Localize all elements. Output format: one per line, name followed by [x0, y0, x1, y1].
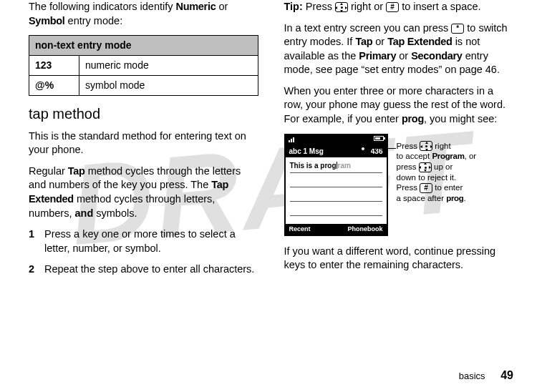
text: up or — [432, 162, 453, 171]
bold-tap-extended: Tap Extended — [387, 36, 452, 47]
blank-line — [290, 207, 382, 216]
text: or — [216, 1, 228, 12]
hash-key-icon: # — [420, 183, 432, 193]
text: or — [396, 50, 411, 62]
steps-list: 1 Press a key one or more times to selec… — [29, 227, 258, 277]
text: to insert a space. — [399, 1, 480, 12]
text: right or — [348, 1, 386, 12]
tip-para: Tip: Press right or # to insert a space. — [284, 0, 514, 14]
bold-program: Program — [432, 152, 464, 160]
hash-key-icon: # — [386, 2, 399, 12]
phone-softkeys: Recent Phonebook — [286, 224, 387, 235]
text: symbols. — [93, 207, 137, 219]
phone-content: This is a program — [286, 157, 387, 224]
para-standard-method: This is the standard method for entering… — [29, 129, 258, 157]
text: In a text entry screen you can press — [284, 22, 452, 34]
intro-bold-symbol: Symbol — [29, 15, 65, 26]
page-number: 49 — [500, 369, 513, 381]
phone-screen: abc 1 Msg 436 This is a program Recent P… — [284, 134, 388, 236]
text-cursor — [337, 162, 337, 169]
mode-icon-symbol: @% — [29, 75, 79, 95]
para-tap-cycles: Regular Tap method cycles through the le… — [29, 165, 258, 220]
different-word-para: If you want a different word, continue p… — [284, 245, 514, 273]
mode-label: symbol mode — [79, 75, 258, 95]
phone-illustration-wrap: abc 1 Msg 436 This is a program Recent P… — [284, 134, 514, 236]
right-column: Tip: Press right or # to insert a space.… — [284, 0, 514, 284]
list-item: 1 Press a key one or more times to selec… — [29, 227, 258, 255]
text: to enter — [432, 183, 463, 192]
callout-text: Press right to accept Program, or press … — [397, 134, 497, 204]
step-text: Repeat the step above to enter all chara… — [44, 263, 254, 277]
phone-text-line: This is a program — [290, 161, 382, 173]
text: Press — [397, 183, 420, 192]
callout-leader-line — [362, 148, 396, 149]
list-item: 2 Repeat the step above to enter all cha… — [29, 263, 258, 277]
mode-label: numeric mode — [79, 56, 258, 76]
text: entry mode: — [65, 15, 123, 26]
table-header: non-text entry mode — [29, 36, 258, 56]
text: press — [397, 162, 419, 171]
typed-text: This is a prog — [290, 162, 337, 170]
step-text: Press a key one or more times to select … — [44, 227, 258, 255]
text: a space after — [397, 194, 447, 202]
bold-primary: Primary — [359, 50, 396, 62]
phone-statusbar — [286, 135, 387, 145]
nav-key-icon — [419, 162, 432, 172]
bold-and: and — [74, 207, 93, 219]
predicted-text: ram — [338, 162, 351, 170]
softkey-left: Recent — [289, 225, 311, 233]
intro-para: The following indicators identify Numeri… — [29, 0, 258, 28]
heading-tap-method: tap method — [29, 104, 258, 124]
text: . — [464, 194, 466, 202]
step-number: 2 — [29, 263, 44, 277]
bold-secondary: Secondary — [411, 50, 462, 62]
text: Press — [397, 142, 420, 150]
text: to accept — [397, 152, 432, 160]
step-number: 1 — [29, 227, 44, 255]
nav-key-icon — [335, 2, 348, 12]
switch-modes-para: In a text entry screen you can press * t… — [284, 21, 514, 77]
intro-bold-numeric: Numeric — [176, 1, 216, 12]
bold-tap: Tap — [68, 165, 85, 177]
entry-mode-table: non-text entry mode 123 numeric mode @% … — [29, 35, 258, 96]
text: Regular — [29, 165, 68, 177]
text: or — [372, 36, 387, 47]
star-key-icon: * — [451, 24, 464, 34]
text: right — [432, 142, 451, 150]
title-left: abc 1 Msg — [289, 147, 324, 157]
nav-key-icon — [420, 141, 432, 151]
text: down to reject it. — [397, 173, 457, 182]
bold-tap: Tap — [355, 36, 372, 47]
bold-prog: prog — [446, 194, 463, 202]
phone-titlebar: abc 1 Msg 436 — [286, 145, 387, 158]
signal-icon — [289, 136, 295, 144]
softkey-right: Phonebook — [348, 225, 383, 233]
blank-line — [290, 193, 382, 202]
bold-prog: prog — [402, 113, 424, 124]
blank-line — [290, 179, 382, 187]
left-column: The following indicators identify Numeri… — [29, 0, 258, 284]
page-footer: basics 49 — [459, 368, 513, 383]
text: , you might see: — [424, 113, 497, 124]
mode-icon-numeric: 123 — [29, 56, 79, 76]
battery-icon — [374, 136, 384, 141]
tip-label: Tip: — [284, 1, 303, 12]
section-name: basics — [459, 371, 485, 381]
table-row: 123 numeric mode — [29, 56, 258, 76]
text: The following indicators identify — [29, 1, 176, 12]
text: Press — [303, 1, 335, 12]
guess-para: When you enter three or more characters … — [284, 84, 514, 127]
table-row: @% symbol mode — [29, 75, 258, 95]
text: , or — [465, 152, 477, 160]
